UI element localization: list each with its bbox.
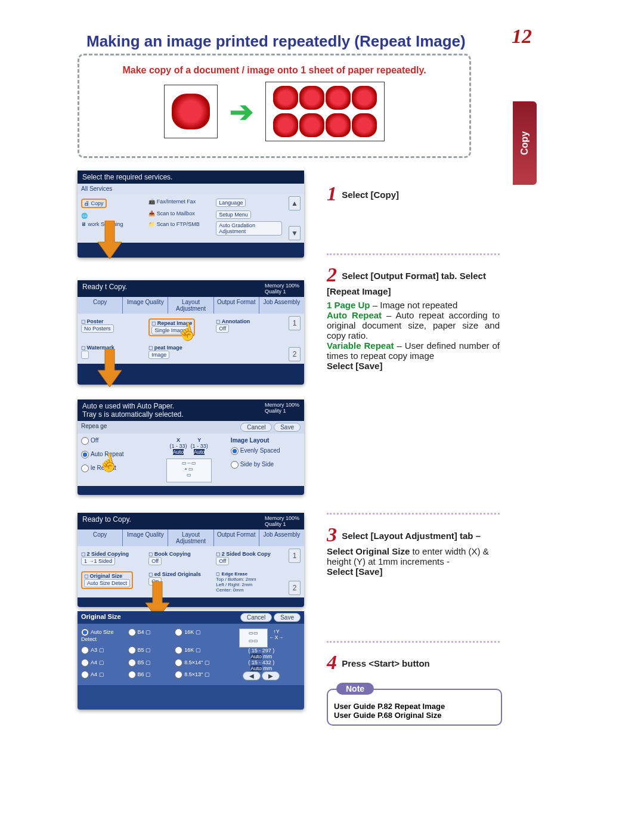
- intro-repeated-image: [265, 82, 385, 141]
- tab-copy[interactable]: Copy: [78, 297, 123, 314]
- 85x14-option[interactable]: 8.5×14" ▢: [175, 659, 219, 668]
- scan-ftp-service[interactable]: 📁 Scan to FTP/SMB: [148, 221, 214, 227]
- note-line-2: User Guide P.68 Original Size: [334, 711, 495, 720]
- setup-service[interactable]: Setup Menu: [216, 210, 251, 219]
- intro-single-image: [164, 85, 218, 138]
- panel3-title: Repea ge: [81, 423, 107, 432]
- tab-layout-adjustment[interactable]: Layout Adjustment: [168, 297, 213, 314]
- services-header: Select the required services.: [82, 173, 172, 181]
- intro-heading: Make copy of a document / image onto 1 s…: [86, 65, 462, 76]
- 85x13-option[interactable]: 8.5×13" ▢: [175, 671, 219, 680]
- car-icon: [299, 113, 324, 137]
- step-1: 1 Select [Copy]: [327, 182, 500, 205]
- car-icon: [326, 113, 351, 137]
- panel5-title: Original Size: [81, 613, 121, 622]
- b4-option[interactable]: B4 ▢: [128, 628, 173, 644]
- two-sided-book-option[interactable]: ◻ 2 Sided Book CopyOff: [216, 551, 281, 565]
- b6-option[interactable]: B6 ▢: [128, 671, 173, 680]
- step-arrow-icon: [95, 221, 124, 268]
- panel2-header: Ready t Copy.: [82, 283, 127, 295]
- tab-output-format[interactable]: Output Format: [214, 297, 259, 314]
- note-box: Note User Guide P.82 Repeat Image User G…: [327, 689, 502, 726]
- nav-right-button[interactable]: ▶: [262, 671, 280, 680]
- scroll-up-button[interactable]: 1: [289, 316, 301, 330]
- original-size-option[interactable]: ◻ Original SizeAuto Size Detect: [81, 571, 133, 589]
- car-icon: [352, 86, 377, 110]
- car-icon: [326, 86, 351, 110]
- annotation-option[interactable]: ◻ AnnotationOff: [216, 318, 281, 333]
- nav-left-button[interactable]: ◀: [243, 671, 261, 680]
- divider: [327, 513, 500, 515]
- car-icon: [273, 113, 298, 137]
- panel3-header-1: Auto e used with Auto Paper.: [82, 402, 174, 410]
- divider: [327, 253, 500, 255]
- tab-image-quality[interactable]: Image Quality: [123, 297, 168, 314]
- step-3: 3 Select [Layout Adjustment] tab – Selec…: [327, 524, 500, 577]
- tab-job-assembly[interactable]: Job Assembly: [259, 297, 304, 314]
- cancel-button[interactable]: Cancel: [240, 613, 272, 622]
- two-sided-copying-option[interactable]: ◻ 2 Sided Copying1 →1 Sided: [81, 551, 147, 565]
- repeat-image-option-2[interactable]: ◻ peat ImageImage: [148, 345, 214, 359]
- tab-image-quality[interactable]: Image Quality: [123, 529, 168, 546]
- auto-gradation-service[interactable]: Auto Gradation Adjustment: [216, 221, 281, 236]
- page-title: Making an image printed repeatedly (Repe…: [86, 32, 466, 51]
- a4p-option[interactable]: A4 ▢: [81, 671, 126, 680]
- cancel-button[interactable]: Cancel: [240, 423, 272, 432]
- book-copying-option[interactable]: ◻ Book CopyingOff: [148, 551, 214, 565]
- step-2: 2 Select [Output Format] tab. Select [Re…: [327, 264, 500, 371]
- tab-layout-adjustment[interactable]: Layout Adjustment: [168, 529, 213, 546]
- b5b-option[interactable]: B5 ▢: [128, 659, 173, 668]
- a3-option[interactable]: A3 ▢: [81, 646, 126, 656]
- panel4-header: Ready to Copy.: [82, 515, 131, 527]
- repeat-image-settings-panel: Auto e used with Auto Paper.Tray s is au…: [78, 400, 304, 495]
- step-4: 4 Press <Start> button: [327, 651, 500, 674]
- copy-service[interactable]: 🖨 Copy: [81, 199, 107, 208]
- side-by-side-option[interactable]: Side by Side: [231, 461, 296, 469]
- image-layout-label: Image Layout: [231, 437, 269, 444]
- divider: [327, 641, 500, 643]
- car-icon: [299, 86, 324, 110]
- auto-size-option[interactable]: Auto Size Detect: [81, 628, 126, 644]
- save-button[interactable]: Save: [274, 613, 301, 622]
- save-button[interactable]: Save: [274, 423, 301, 432]
- tab-job-assembly[interactable]: Job Assembly: [259, 529, 304, 546]
- all-services-row: All Services: [78, 184, 304, 194]
- poster-option[interactable]: ◻ PosterNo Posters: [81, 318, 147, 333]
- step-arrow-icon: [95, 349, 124, 397]
- scan-mailbox-service[interactable]: 📥 Scan to Mailbox: [148, 210, 214, 216]
- arrow-right-icon: ➔: [230, 95, 253, 128]
- edge-erase-option[interactable]: ◻ Edge EraseTop / Bottom: 2mmLeft / Righ…: [216, 571, 281, 593]
- car-icon: [352, 113, 377, 137]
- note-line-1: User Guide P.82 Repeat Image: [334, 702, 495, 711]
- tab-copy[interactable]: Copy: [78, 529, 123, 546]
- car-icon: [172, 94, 210, 129]
- scroll-down-button[interactable]: 2: [289, 581, 301, 595]
- language-service[interactable]: Language: [216, 199, 246, 207]
- note-badge: Note: [336, 683, 374, 695]
- 16k-p-option[interactable]: 16K ▢: [175, 646, 219, 656]
- panel3-header-2: Tray s is automatically selected.: [82, 410, 184, 419]
- 16k-option[interactable]: 16K ▢: [175, 628, 219, 644]
- intro-box: Make copy of a document / image onto 1 s…: [78, 54, 471, 158]
- a4l-option[interactable]: A4 ▢: [81, 659, 126, 668]
- evenly-spaced-option[interactable]: Evenly Spaced: [231, 447, 296, 455]
- off-option[interactable]: Off: [81, 437, 147, 445]
- scroll-up-button[interactable]: 1: [289, 549, 301, 563]
- b5-option[interactable]: B5 ▢: [128, 646, 173, 656]
- scroll-down-button[interactable]: 2: [289, 347, 301, 361]
- copy-side-tab[interactable]: Copy: [513, 101, 537, 185]
- original-size-panel: Original Size Cancel Save Auto Size Dete…: [78, 611, 304, 710]
- page-number: 12: [512, 25, 532, 48]
- car-icon: [273, 86, 298, 110]
- scroll-up-button[interactable]: ▲: [289, 196, 301, 210]
- tab-output-format[interactable]: Output Format: [214, 529, 259, 546]
- scroll-down-button[interactable]: ▼: [289, 226, 301, 240]
- layout-adjustment-panel: Ready to Copy. Memory 100%Quality 1 Copy…: [78, 513, 304, 607]
- fax-service[interactable]: 📠 Fax/Internet Fax: [148, 199, 214, 205]
